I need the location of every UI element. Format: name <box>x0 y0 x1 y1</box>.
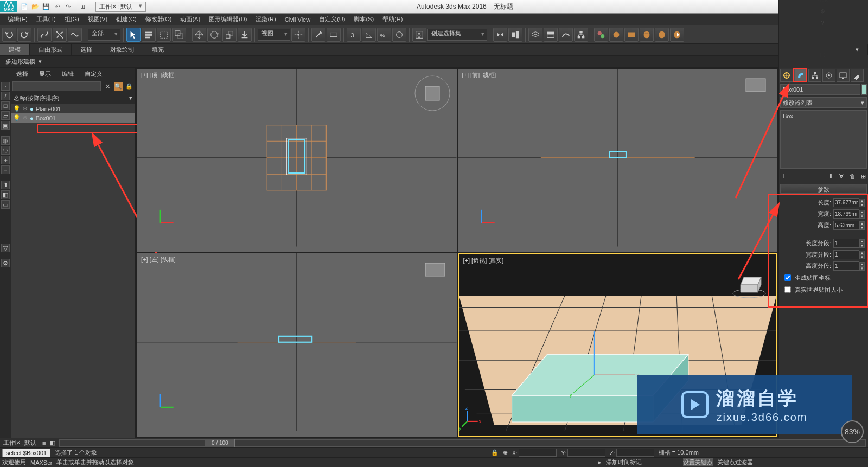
subobj-vertex-icon[interactable]: · <box>1 82 10 91</box>
select-region-rect-button[interactable] <box>157 28 171 42</box>
time-slider-track[interactable]: 0 / 100 <box>59 439 866 447</box>
named-selection-set-dropdown[interactable]: 创建选择集 <box>427 29 487 41</box>
maximize-button[interactable]: ▢ <box>812 48 833 61</box>
remove-mod-icon[interactable]: 🗑 <box>848 172 856 180</box>
unlink-button[interactable] <box>53 28 67 42</box>
height-field[interactable] <box>833 221 859 230</box>
time-tag-icon[interactable]: ▸ <box>598 459 602 466</box>
ribbon-tab-objectpaint[interactable]: 对象绘制 <box>101 44 143 55</box>
menu-group[interactable]: 组(G) <box>60 14 84 25</box>
subobj-edge-icon[interactable]: / <box>1 92 10 100</box>
explorer-name-header[interactable]: 名称(按降序排序)▾ <box>11 93 135 104</box>
viewport-label[interactable]: [+] [左] [线框] <box>141 255 176 264</box>
key-filter-button[interactable]: 关键点过滤器 <box>717 458 753 466</box>
spinner-down-icon[interactable]: ▼ <box>859 226 865 230</box>
clear-filter-icon[interactable]: ✕ <box>103 82 112 91</box>
adaptive-degradation-badge[interactable]: 83% <box>841 420 864 443</box>
undo-button[interactable] <box>2 28 16 42</box>
spinner-snap-button[interactable] <box>392 28 406 42</box>
z-coord-field[interactable] <box>616 449 654 457</box>
mirror-button[interactable] <box>493 28 507 42</box>
viewcube[interactable] <box>419 259 451 280</box>
subobj-border-icon[interactable]: □ <box>1 101 10 110</box>
spinner-down-icon[interactable]: ▼ <box>859 266 865 271</box>
move-button[interactable] <box>192 28 206 42</box>
ref-coord-dropdown[interactable]: 视图 <box>258 29 290 41</box>
viewport-top[interactable]: [+] [顶] [线框] <box>137 69 457 252</box>
tab-hierarchy-icon[interactable] <box>808 69 821 82</box>
layer-icon[interactable]: ≡ <box>40 439 48 447</box>
lseg-field[interactable] <box>833 239 859 248</box>
tool-settings-icon[interactable]: ⚙ <box>1 259 10 267</box>
explorer-tab-custom[interactable]: 自定义 <box>79 68 108 80</box>
ribbon-tab-populate[interactable]: 填充 <box>143 44 173 55</box>
pivot-center-button[interactable] <box>291 28 305 42</box>
object-name-field[interactable] <box>780 84 860 95</box>
viewport-left[interactable]: [+] [左] [线框] <box>137 253 457 437</box>
schematic-view-button[interactable] <box>574 28 588 42</box>
menu-script[interactable]: 脚本(S) <box>349 14 378 25</box>
absolute-mode-icon[interactable]: ⊕ <box>503 449 508 456</box>
render-activeview-button[interactable] <box>670 28 684 42</box>
toggle-ribbon-button[interactable] <box>544 28 558 42</box>
qat-redo-icon[interactable]: ↷ <box>63 2 73 11</box>
menu-grapheditor[interactable]: 图形编辑器(D) <box>205 14 251 25</box>
freeze-icon[interactable]: ❄ <box>23 105 28 112</box>
ribbon-tab-modeling[interactable]: 建模 <box>0 44 30 55</box>
viewcube[interactable] <box>413 74 451 112</box>
tab-modify-icon[interactable] <box>794 69 807 82</box>
select-name-button[interactable] <box>142 28 156 42</box>
stack-item[interactable]: Box <box>783 113 864 119</box>
menu-create[interactable]: 创建(C) <box>112 14 141 25</box>
curve-editor-button[interactable] <box>559 28 573 42</box>
menu-modifier[interactable]: 修改器(O) <box>141 14 176 25</box>
spinner-up-icon[interactable]: ▲ <box>859 239 865 244</box>
rotate-button[interactable] <box>207 28 221 42</box>
x-coord-field[interactable] <box>519 449 557 457</box>
app-menu-button[interactable]: MAX <box>0 1 17 12</box>
modifier-list-dropdown[interactable]: 修改器列表▾ <box>780 97 867 108</box>
tool-bevel-icon[interactable]: ◧ <box>1 190 10 199</box>
spinner-up-icon[interactable]: ▲ <box>859 210 865 214</box>
menu-render[interactable]: 渲染(R) <box>251 14 280 25</box>
list-item[interactable]: 💡 ❄ ● Box001 <box>11 113 135 123</box>
edit-selection-set-button[interactable]: {} <box>412 28 426 42</box>
modifier-stack[interactable]: Box <box>780 110 867 169</box>
spinner-up-icon[interactable]: ▲ <box>859 221 865 226</box>
tool-extrude-icon[interactable]: ⬆ <box>1 181 10 189</box>
spinner-down-icon[interactable]: ▼ <box>859 214 865 219</box>
keyboard-shortcut-button[interactable] <box>327 28 341 42</box>
spinner-up-icon[interactable]: ▲ <box>859 199 865 203</box>
maxscript-mini-listener[interactable]: select $Box001 <box>2 449 50 457</box>
menu-customize[interactable]: 自定义(U) <box>315 14 349 25</box>
qat-project-icon[interactable]: ⊞ <box>78 2 87 11</box>
communication-icon[interactable]: ⎋ <box>818 6 827 16</box>
lock-icon[interactable]: 🔒 <box>125 82 133 91</box>
pin-stack-icon[interactable]: ⟙ <box>780 172 788 180</box>
tool-ring-icon[interactable]: ◌ <box>1 146 10 155</box>
genmap-checkbox[interactable] <box>784 274 791 281</box>
layer-toggle-icon[interactable]: ◧ <box>48 439 57 447</box>
freeze-icon[interactable]: ❄ <box>23 114 28 121</box>
visibility-icon[interactable]: 💡 <box>13 105 21 112</box>
tab-utilities-icon[interactable] <box>851 69 864 82</box>
selection-filter-dropdown[interactable]: 全部 <box>88 29 120 41</box>
placement-button[interactable] <box>238 28 252 42</box>
tool-loop-icon[interactable]: ◍ <box>1 136 10 145</box>
object-color-swatch[interactable] <box>861 84 867 95</box>
tool-filter-icon[interactable]: ▽ <box>1 244 10 252</box>
tool-inset-icon[interactable]: ▭ <box>1 200 10 209</box>
y-coord-field[interactable] <box>567 449 605 457</box>
visibility-icon[interactable]: 💡 <box>13 114 21 121</box>
qat-open-icon[interactable]: 📂 <box>30 2 40 11</box>
viewport-label[interactable]: [+] [透视] [真实] <box>463 257 504 265</box>
tab-motion-icon[interactable] <box>822 69 835 82</box>
render-iterative-button[interactable] <box>655 28 669 42</box>
viewport-label[interactable]: [+] [前] [线框] <box>462 71 497 79</box>
make-unique-icon[interactable]: ∀ <box>838 172 845 180</box>
ribbon-tab-freeform[interactable]: 自由形式 <box>30 44 72 55</box>
ribbon-expand-icon[interactable]: ▾ <box>847 44 868 55</box>
spinner-down-icon[interactable]: ▼ <box>859 255 865 259</box>
subobj-element-icon[interactable]: ▣ <box>1 121 10 130</box>
material-editor-button[interactable] <box>594 28 608 42</box>
